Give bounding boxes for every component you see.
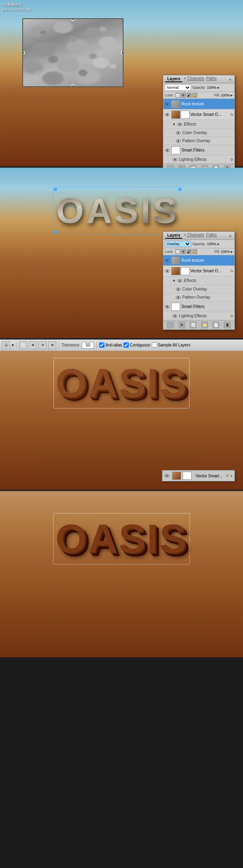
lock-t-2[interactable]: ⬜ xyxy=(175,249,180,254)
blend-mode-select-2[interactable]: Overlay xyxy=(165,241,191,247)
tab-layers-2[interactable]: Layers xyxy=(165,233,182,239)
effects-label-2: Effects xyxy=(184,278,196,283)
anti-alias-option: Anti-alias xyxy=(99,342,122,348)
smart-filters-row-1[interactable]: Smart Filters xyxy=(163,145,234,156)
smart-filters-row-2[interactable]: Smart Filters xyxy=(163,301,234,312)
scene3: ⊹ ▾ ⬜ ⊕ ⊖ ⊗ Tolerance: Anti-alias Contig… xyxy=(0,340,243,490)
lock-image-icon[interactable]: 🖌 xyxy=(187,93,192,98)
layer-rock-texture-2[interactable]: Rock texture xyxy=(163,255,234,266)
lock-label-1: Lock: xyxy=(165,93,174,97)
panel-tabs-1: Layers × Channels Paths xyxy=(165,76,217,82)
link-icon-2[interactable]: 🔗 xyxy=(167,322,174,328)
mask-icon-2[interactable]: ⬜ xyxy=(190,322,196,328)
smart-filters-label-2: Smart Filters xyxy=(181,304,233,309)
mini-thumb xyxy=(172,472,181,480)
opacity-value-2: 100% xyxy=(207,242,216,246)
effect-pattern-overlay-2[interactable]: Pattern Overlay xyxy=(163,293,234,301)
new-layer-icon-2[interactable]: 📄 xyxy=(213,322,219,328)
layer-thumb-vector-2 xyxy=(171,267,180,275)
eye-icon-rock-1[interactable] xyxy=(164,101,170,107)
eye-icon-co-2[interactable] xyxy=(175,286,181,292)
eye-icon-vector-2[interactable] xyxy=(164,268,170,274)
intersect-sel-icon[interactable]: ⊗ xyxy=(48,341,56,349)
eye-icon-le-1[interactable] xyxy=(172,157,178,162)
mini-mask-thumb xyxy=(183,472,192,480)
panel-close-1[interactable]: ▸ xyxy=(229,77,232,81)
eye-icon-po-2[interactable] xyxy=(175,295,181,300)
eye-icon-po-1[interactable] xyxy=(175,138,181,144)
tab-paths-2[interactable]: Paths xyxy=(206,233,217,239)
lock-transparent-icon[interactable]: ⬜ xyxy=(175,93,180,98)
contiguous-checkbox[interactable] xyxy=(124,342,129,348)
scene4: OASIS xyxy=(0,491,243,657)
oasis-final-text: OASIS xyxy=(55,515,188,562)
fill-value-1: 100% xyxy=(221,93,230,97)
eye-mini[interactable] xyxy=(164,473,170,479)
smart-filters-label-1: Smart Filters xyxy=(181,148,233,152)
toolbar-scene3: ⊹ ▾ ⬜ ⊕ ⊖ ⊗ Tolerance: Anti-alias Contig… xyxy=(0,340,243,351)
layer-thumb-vector-1 xyxy=(171,111,180,119)
fill-arrow-2[interactable]: ▸ xyxy=(231,250,233,254)
opacity-arrow-1[interactable]: ▸ xyxy=(217,86,220,90)
effects-header-2: ▼ Effects xyxy=(163,276,234,285)
sub-sel-icon[interactable]: ⊖ xyxy=(38,341,47,349)
lighting-effects-row-1[interactable]: Lighting Effects ⚙ xyxy=(163,156,234,164)
panel-close-2[interactable]: ▸ xyxy=(229,234,232,238)
lighting-effects-label-1: Lighting Effects xyxy=(179,157,207,162)
panel-bottom-2: 🔗 fx ⬜ 📁 📄 🗑 xyxy=(163,320,234,329)
layer-vector-smart-2[interactable]: Vector Smart O... fx xyxy=(163,266,234,276)
tab-channels-1[interactable]: Channels xyxy=(187,76,204,82)
blend-mode-select-1[interactable]: Normal xyxy=(165,84,191,91)
eye-icon-le-2[interactable] xyxy=(172,313,178,319)
mini-layer-panel-3: Vector Smart... fx ▸ xyxy=(162,470,235,481)
lock-all-icon[interactable]: 🔒 xyxy=(192,93,197,98)
layer-rock-texture-1[interactable]: Rock texture xyxy=(163,99,234,109)
eye-icon-effects-2[interactable] xyxy=(177,278,183,284)
group-icon-2[interactable]: 📁 xyxy=(201,322,208,328)
sample-all-checkbox[interactable] xyxy=(152,342,157,348)
oasis-flat-text: OASIS xyxy=(55,360,188,406)
scene2: OASIS Layers × Channels Paths ▸ Overlay … xyxy=(0,168,243,338)
lock-m-2[interactable]: ✛ xyxy=(181,249,186,254)
tab-paths-1[interactable]: Paths xyxy=(206,76,217,82)
new-sel-icon[interactable]: ⬜ xyxy=(19,341,27,349)
effect-pattern-overlay-1[interactable]: Pattern Overlay xyxy=(163,137,234,145)
fill-arrow-1[interactable]: ▸ xyxy=(231,93,233,97)
effect-color-overlay-1[interactable]: Color Overlay xyxy=(163,129,234,137)
eye-icon-co-1[interactable] xyxy=(175,130,181,136)
fx-badge-2: fx xyxy=(230,269,233,273)
effects-triangle-1[interactable]: ▼ xyxy=(172,122,176,126)
magic-wand-tool[interactable]: ⊹ xyxy=(2,341,10,349)
panel-tabs-2: Layers × Channels Paths xyxy=(165,233,217,239)
add-sel-icon[interactable]: ⊕ xyxy=(29,341,37,349)
tab-layers-1[interactable]: Layers xyxy=(165,76,182,82)
opacity-arrow-2[interactable]: ▸ xyxy=(217,242,220,246)
tab-channels-2[interactable]: Channels xyxy=(187,233,204,239)
layer-mask-thumb-2 xyxy=(181,267,190,275)
effect-color-overlay-2[interactable]: Color Overlay xyxy=(163,285,234,293)
eye-icon-rock-2[interactable] xyxy=(164,258,170,263)
oasis-flat-wrapper: OASIS xyxy=(12,360,231,406)
fx-icon-2[interactable]: fx xyxy=(179,322,185,328)
effects-triangle-2[interactable]: ▼ xyxy=(172,279,176,283)
color-overlay-label-1: Color Overlay xyxy=(182,130,207,135)
delete-icon-2[interactable]: 🗑 xyxy=(224,322,230,328)
opacity-label-2: Opacity: xyxy=(192,242,206,246)
lighting-effects-row-2[interactable]: Lighting Effects ⚙ xyxy=(163,312,234,320)
eye-icon-effects-1[interactable] xyxy=(177,122,183,127)
anti-alias-checkbox[interactable] xyxy=(99,342,104,348)
lock-move-icon[interactable]: ✛ xyxy=(181,93,186,98)
sample-all-label: Sample All Layers xyxy=(158,343,190,347)
mini-more-icon[interactable]: ▸ xyxy=(231,474,233,478)
lock-a-2[interactable]: 🔒 xyxy=(192,249,197,254)
tolerance-input[interactable] xyxy=(82,342,94,348)
sample-all-option: Sample All Layers xyxy=(152,342,190,348)
lighting-effects-label-2: Lighting Effects xyxy=(179,314,207,318)
layer-mask-thumb-1 xyxy=(181,111,190,119)
layer-vector-smart-1[interactable]: Vector Smart O... fx xyxy=(163,109,234,120)
eye-icon-vector-1[interactable] xyxy=(164,112,170,118)
eye-icon-sf-1[interactable] xyxy=(164,148,170,153)
fill-label-1: Fill: xyxy=(214,93,220,97)
lock-i-2[interactable]: 🖌 xyxy=(187,249,192,254)
eye-icon-sf-2[interactable] xyxy=(164,304,170,310)
